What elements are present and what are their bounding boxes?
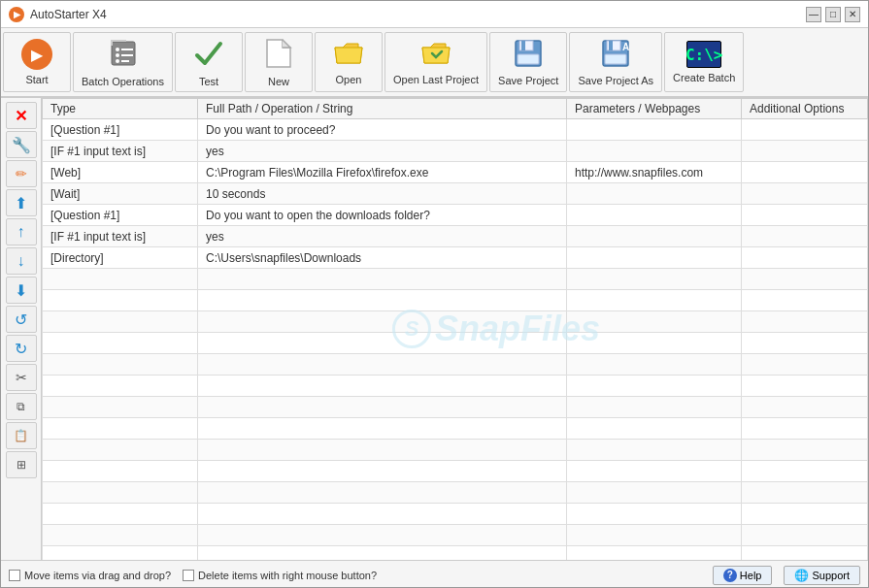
cell-type-empty [43, 311, 198, 333]
move-down-button[interactable]: ↓ [6, 247, 37, 275]
cell-operation-empty [198, 440, 567, 461]
cell-operation-empty [198, 269, 567, 290]
move-top-button[interactable]: ⬆ [6, 189, 37, 216]
cell-options-empty [742, 482, 868, 504]
pencil-button[interactable]: ✏ [6, 160, 37, 187]
cell-options [742, 119, 868, 141]
table-row-empty[interactable] [43, 461, 868, 482]
table-row-empty[interactable] [43, 546, 868, 561]
paste-button[interactable]: 📋 [6, 422, 37, 449]
svg-rect-13 [518, 54, 539, 64]
cell-operation-empty [198, 333, 567, 354]
delete-checkbox[interactable] [183, 570, 194, 581]
batch-operations-button[interactable]: Batch Operations [73, 32, 173, 92]
table-row[interactable]: [IF #1 input text is] yes [43, 141, 868, 162]
cell-params-empty [567, 333, 742, 354]
cell-type-empty [43, 504, 198, 525]
move-up-button[interactable]: ↑ [6, 218, 37, 245]
table-row-empty[interactable] [43, 525, 868, 546]
cell-type-empty [43, 397, 198, 418]
open-last-button[interactable]: Open Last Project [384, 32, 487, 92]
close-button[interactable]: ✕ [845, 7, 860, 22]
svg-rect-12 [521, 41, 525, 50]
cell-type: [Web] [43, 162, 198, 183]
batch-operations-label: Batch Operations [82, 76, 164, 87]
table-row-empty[interactable] [43, 354, 868, 376]
table-row-empty[interactable] [43, 418, 868, 440]
window-controls: — □ ✕ [806, 7, 860, 22]
drag-drop-checkbox[interactable] [9, 570, 20, 581]
test-button[interactable]: Test [175, 32, 243, 92]
cell-operation-empty [198, 376, 567, 397]
wrench-button[interactable]: 🔧 [6, 131, 37, 158]
cell-type-empty [43, 525, 198, 546]
table-row[interactable]: [Question #1] Do you want to open the do… [43, 205, 868, 226]
start-label: Start [25, 74, 48, 85]
svg-rect-8 [111, 40, 113, 46]
open-button[interactable]: Open [315, 32, 383, 92]
svg-rect-5 [121, 54, 133, 56]
content-area: ✕ 🔧 ✏ ⬆ ↑ ↓ ⬇ ↺ ↻ ✂ ⧉ 📋 ⊞ Type Full Path… [1, 98, 868, 560]
svg-rect-7 [111, 40, 126, 42]
support-label: Support [812, 570, 850, 581]
cell-operation-empty [198, 290, 567, 311]
move-bottom-button[interactable]: ⬇ [6, 277, 37, 304]
table-row-empty[interactable] [43, 504, 868, 525]
cell-params-empty [567, 354, 742, 376]
table-row-empty[interactable] [43, 397, 868, 418]
table-row-empty[interactable] [43, 269, 868, 290]
minimize-button[interactable]: — [806, 7, 821, 22]
cell-operation: Do you want to proceed? [198, 119, 567, 141]
table-row[interactable]: [Web] C:\Program Files\Mozilla Firefox\f… [43, 162, 868, 183]
cell-options-empty [742, 269, 868, 290]
table-row-empty[interactable] [43, 376, 868, 397]
extra-button[interactable]: ⊞ [6, 451, 37, 478]
cell-params-empty [567, 311, 742, 333]
table-row-empty[interactable] [43, 440, 868, 461]
cell-options [742, 226, 868, 247]
col-header-type: Type [43, 99, 198, 119]
table-row-empty[interactable] [43, 290, 868, 311]
support-button[interactable]: 🌐 Support [784, 566, 860, 585]
maximize-button[interactable]: □ [825, 7, 841, 22]
table-row-empty[interactable] [43, 311, 868, 333]
create-batch-label: Create Batch [673, 72, 735, 83]
table-row-empty[interactable] [43, 333, 868, 354]
help-button[interactable]: ? Help [713, 566, 773, 585]
drag-drop-label: Move items via drag and drop? [24, 570, 171, 581]
cell-options [742, 141, 868, 162]
copy-button[interactable]: ⧉ [6, 393, 37, 420]
table-row[interactable]: [IF #1 input text is] yes [43, 226, 868, 247]
table-scroll[interactable]: Type Full Path / Operation / String Para… [42, 98, 868, 560]
save-as-icon: A [601, 39, 630, 71]
save-label: Save Project [498, 75, 558, 86]
col-header-options: Additional Options [742, 99, 868, 119]
create-batch-button[interactable]: C:\> Create Batch [664, 32, 744, 92]
table-row[interactable]: [Question #1] Do you want to proceed? [43, 119, 868, 141]
table-row[interactable]: [Directory] C:\Users\snapfiles\Downloads [43, 247, 868, 269]
main-table-area: Type Full Path / Operation / String Para… [42, 98, 868, 560]
cell-options-empty [742, 546, 868, 561]
table-row-empty[interactable] [43, 482, 868, 504]
save-button[interactable]: Save Project [489, 32, 567, 92]
start-button[interactable]: ▶ Start [3, 32, 71, 92]
cell-params-empty [567, 461, 742, 482]
cell-params [567, 226, 742, 247]
rotate-down-button[interactable]: ↻ [6, 335, 37, 362]
cell-params-empty [567, 290, 742, 311]
cell-params: http://www.snapfiles.com [567, 162, 742, 183]
table-row[interactable]: [Wait] 10 seconds [43, 183, 868, 205]
cell-options-empty [742, 397, 868, 418]
cell-params-empty [567, 546, 742, 561]
open-last-icon [420, 40, 451, 70]
save-as-button[interactable]: A Save Project As [569, 32, 662, 92]
help-label: Help [740, 570, 762, 581]
svg-point-3 [116, 59, 119, 63]
cell-options-empty [742, 376, 868, 397]
delete-button[interactable]: ✕ [6, 102, 37, 129]
cell-type: [IF #1 input text is] [43, 226, 198, 247]
cell-options [742, 183, 868, 205]
new-button[interactable]: New [245, 32, 313, 92]
rotate-up-button[interactable]: ↺ [6, 306, 37, 333]
cut-button[interactable]: ✂ [6, 364, 37, 391]
